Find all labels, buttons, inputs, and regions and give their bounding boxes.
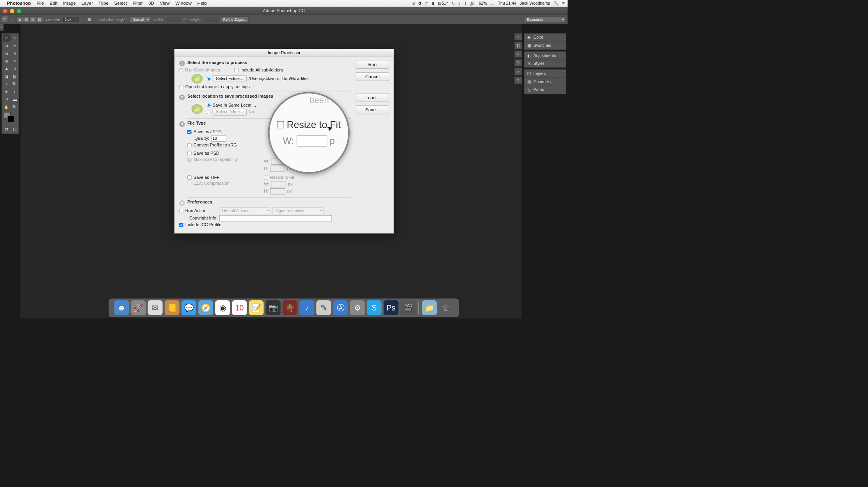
menu-window[interactable]: Window bbox=[175, 1, 192, 6]
copyright-input[interactable] bbox=[219, 215, 332, 221]
menu-select[interactable]: Select bbox=[114, 1, 127, 6]
use-open-images-radio[interactable] bbox=[179, 68, 183, 72]
traffic-lights[interactable] bbox=[3, 9, 21, 13]
selection-new-icon[interactable]: ■ bbox=[16, 17, 23, 22]
convert-srgb-checkbox[interactable] bbox=[187, 143, 191, 147]
move-tool-icon[interactable]: ↖ bbox=[11, 34, 19, 41]
collapse-toggle-icon[interactable]: « bbox=[0, 24, 4, 30]
zoom-tool-icon[interactable]: 🔍 bbox=[11, 103, 19, 111]
dock-iphoto[interactable]: 🌴 bbox=[283, 300, 297, 315]
loupe-w-input[interactable] bbox=[297, 135, 327, 146]
stamp-tool-icon[interactable]: ▲ bbox=[3, 65, 11, 72]
selection-mode-segment[interactable]: ■ ⊞ ⊟ ⊡ bbox=[16, 17, 43, 22]
style-select[interactable]: Normal bbox=[130, 17, 150, 22]
lasso-tool-icon[interactable]: ⊃ bbox=[3, 42, 11, 49]
marquee-tool-icon[interactable]: ▭ bbox=[3, 34, 11, 41]
current-tool-icon[interactable]: ▭ bbox=[3, 17, 8, 22]
run-action-checkbox[interactable] bbox=[179, 209, 183, 213]
select-folder-button[interactable]: Select Folder... bbox=[213, 75, 247, 82]
healing-tool-icon[interactable]: ⊛ bbox=[3, 57, 11, 64]
color-swatches[interactable] bbox=[3, 111, 19, 125]
close-window-icon[interactable] bbox=[3, 9, 7, 13]
panel-tab-channels[interactable]: ▤Channels bbox=[524, 78, 566, 86]
dock-safari[interactable]: 🧭 bbox=[198, 300, 213, 315]
menulet-icon[interactable]: ⎚ bbox=[413, 1, 415, 6]
eyedropper-tool-icon[interactable]: ✎ bbox=[11, 50, 19, 57]
refine-edge-button[interactable]: Refine Edge... bbox=[220, 17, 248, 22]
shape-tool-icon[interactable]: ▬ bbox=[11, 96, 19, 103]
panel-icon[interactable]: ¶ bbox=[514, 77, 522, 84]
dock-mail[interactable]: ✉ bbox=[148, 300, 163, 315]
workspace-select[interactable]: Essentials bbox=[524, 17, 565, 22]
feather-input[interactable] bbox=[63, 17, 78, 22]
hand-tool-icon[interactable]: ✋ bbox=[3, 103, 11, 111]
icc-checkbox[interactable] bbox=[179, 223, 183, 227]
dodge-tool-icon[interactable]: 🔍 bbox=[11, 80, 19, 87]
gradient-tool-icon[interactable]: ▤ bbox=[11, 73, 19, 80]
same-location-radio[interactable] bbox=[207, 103, 211, 107]
run-button[interactable]: Run bbox=[356, 60, 389, 69]
menu-type[interactable]: Type bbox=[99, 1, 109, 6]
screenmode-icon[interactable]: ▢ bbox=[11, 125, 19, 132]
selection-intersect-icon[interactable]: ⊡ bbox=[36, 17, 43, 22]
brush-tool-icon[interactable]: ✐ bbox=[11, 57, 19, 64]
panel-icon[interactable]: ✦ bbox=[514, 50, 522, 57]
spotlight-icon[interactable]: 🔍 bbox=[553, 1, 559, 6]
notification-center-icon[interactable]: ≡ bbox=[562, 1, 565, 6]
panel-tab-styles[interactable]: fxStyles bbox=[524, 60, 566, 68]
sync-icon[interactable]: ↻ bbox=[452, 1, 455, 6]
dock-trash[interactable]: 🗑 bbox=[439, 300, 454, 315]
menu-help[interactable]: Help bbox=[197, 1, 206, 6]
select-folder-radio[interactable] bbox=[207, 77, 211, 81]
menu-3d[interactable]: 3D bbox=[148, 1, 154, 6]
clock[interactable]: Thu 21:44 bbox=[498, 1, 516, 6]
dock-messages[interactable]: 💬 bbox=[181, 300, 196, 315]
selection-add-icon[interactable]: ⊞ bbox=[23, 17, 30, 22]
dock-photoshop[interactable]: Ps bbox=[384, 300, 398, 315]
wifi-icon[interactable]: ⌇ bbox=[464, 1, 466, 6]
dock-itunes[interactable]: ♪ bbox=[299, 300, 314, 315]
history-brush-tool-icon[interactable]: ↺ bbox=[11, 65, 19, 72]
user-name[interactable]: Jack Woodhams bbox=[520, 1, 550, 6]
cancel-button[interactable]: Cancel bbox=[356, 72, 389, 81]
loupe-resize-checkbox[interactable] bbox=[277, 121, 284, 128]
save-jpeg-checkbox[interactable] bbox=[187, 130, 191, 134]
airplay-icon[interactable]: ▢ bbox=[425, 1, 429, 6]
panel-tab-paths[interactable]: ◺Paths bbox=[524, 86, 566, 94]
battery-percent[interactable]: 62% bbox=[479, 1, 487, 6]
selection-subtract-icon[interactable]: ⊟ bbox=[30, 17, 36, 22]
dock-folder[interactable]: 📁 bbox=[422, 300, 437, 315]
dock-contacts[interactable]: 📒 bbox=[165, 300, 180, 315]
menu-view[interactable]: View bbox=[160, 1, 170, 6]
dock-appstore[interactable]: Ⓐ bbox=[333, 300, 348, 315]
crop-tool-icon[interactable]: ⧈ bbox=[3, 50, 11, 57]
volume-icon[interactable]: 🔊 bbox=[470, 1, 475, 6]
dock-finder[interactable]: ☻ bbox=[114, 300, 129, 315]
dock-textedit[interactable]: ✎ bbox=[316, 300, 331, 315]
blur-tool-icon[interactable]: ○ bbox=[3, 80, 11, 87]
save-tiff-checkbox[interactable] bbox=[187, 175, 191, 179]
panel-tab-adjustments[interactable]: ◐Adjustments bbox=[524, 52, 566, 60]
minimize-window-icon[interactable] bbox=[10, 9, 14, 13]
bluetooth-icon[interactable]: ᛒ bbox=[458, 1, 461, 6]
type-tool-icon[interactable]: T bbox=[11, 88, 19, 95]
dock-calendar[interactable]: 10 bbox=[232, 300, 247, 315]
dock-notes[interactable]: 📝 bbox=[249, 300, 264, 315]
menulet-icon[interactable]: d bbox=[418, 1, 421, 6]
save-select-folder-button[interactable]: Select Folder... bbox=[213, 109, 247, 116]
menu-layer[interactable]: Layer bbox=[82, 1, 93, 6]
panel-icon[interactable]: ⊞ bbox=[514, 59, 522, 66]
menu-image[interactable]: Image bbox=[63, 1, 76, 6]
background-color[interactable] bbox=[7, 116, 14, 122]
load-button[interactable]: Load... bbox=[356, 93, 389, 102]
quality-input[interactable] bbox=[211, 136, 226, 142]
include-subfolders-checkbox[interactable] bbox=[234, 68, 238, 72]
dock-imovie[interactable]: 🎬 bbox=[400, 300, 415, 315]
panel-icon[interactable]: A bbox=[514, 68, 522, 75]
zoom-window-icon[interactable] bbox=[17, 9, 21, 13]
path-select-tool-icon[interactable]: ↗ bbox=[3, 96, 11, 103]
dock-photobooth[interactable]: 📷 bbox=[266, 300, 281, 315]
dock-chrome[interactable]: ◉ bbox=[215, 300, 230, 315]
menu-filter[interactable]: Filter bbox=[133, 1, 143, 6]
save-select-folder-radio[interactable] bbox=[207, 110, 211, 114]
